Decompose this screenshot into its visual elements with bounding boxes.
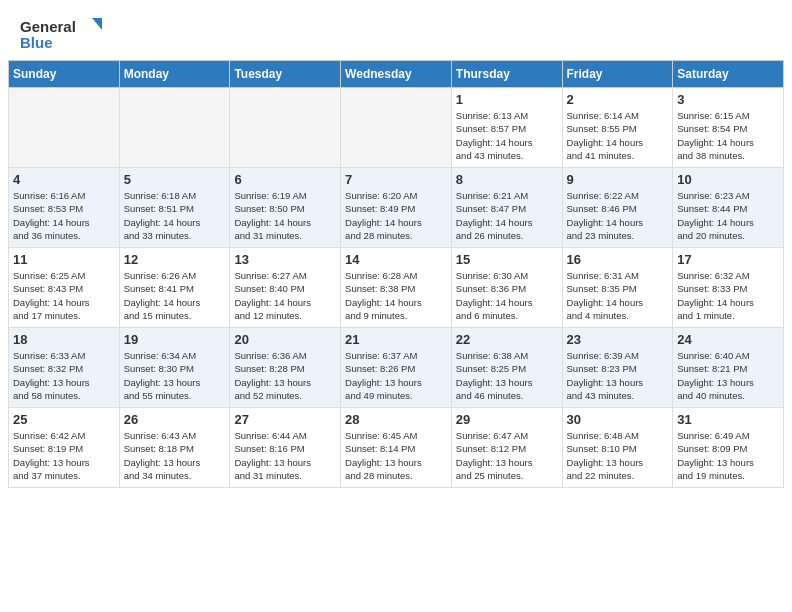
day-number: 14: [345, 252, 447, 267]
weekday-header-friday: Friday: [562, 61, 673, 88]
day-number: 2: [567, 92, 669, 107]
day-number: 18: [13, 332, 115, 347]
day-info: Sunrise: 6:19 AMSunset: 8:50 PMDaylight:…: [234, 189, 336, 242]
day-number: 5: [124, 172, 226, 187]
weekday-header-monday: Monday: [119, 61, 230, 88]
day-number: 7: [345, 172, 447, 187]
calendar-cell-empty: [230, 88, 341, 168]
day-info: Sunrise: 6:47 AMSunset: 8:12 PMDaylight:…: [456, 429, 558, 482]
calendar-cell-day-18: 18Sunrise: 6:33 AMSunset: 8:32 PMDayligh…: [9, 328, 120, 408]
calendar-cell-day-28: 28Sunrise: 6:45 AMSunset: 8:14 PMDayligh…: [341, 408, 452, 488]
calendar-cell-day-9: 9Sunrise: 6:22 AMSunset: 8:46 PMDaylight…: [562, 168, 673, 248]
calendar-cell-day-5: 5Sunrise: 6:18 AMSunset: 8:51 PMDaylight…: [119, 168, 230, 248]
day-number: 15: [456, 252, 558, 267]
day-info: Sunrise: 6:30 AMSunset: 8:36 PMDaylight:…: [456, 269, 558, 322]
calendar-cell-day-30: 30Sunrise: 6:48 AMSunset: 8:10 PMDayligh…: [562, 408, 673, 488]
day-number: 20: [234, 332, 336, 347]
page-header: GeneralBlue: [0, 0, 792, 60]
calendar-cell-day-7: 7Sunrise: 6:20 AMSunset: 8:49 PMDaylight…: [341, 168, 452, 248]
day-info: Sunrise: 6:42 AMSunset: 8:19 PMDaylight:…: [13, 429, 115, 482]
day-info: Sunrise: 6:32 AMSunset: 8:33 PMDaylight:…: [677, 269, 779, 322]
day-number: 22: [456, 332, 558, 347]
day-number: 30: [567, 412, 669, 427]
calendar-cell-day-13: 13Sunrise: 6:27 AMSunset: 8:40 PMDayligh…: [230, 248, 341, 328]
day-info: Sunrise: 6:23 AMSunset: 8:44 PMDaylight:…: [677, 189, 779, 242]
day-info: Sunrise: 6:40 AMSunset: 8:21 PMDaylight:…: [677, 349, 779, 402]
calendar-row-1: 1Sunrise: 6:13 AMSunset: 8:57 PMDaylight…: [9, 88, 784, 168]
calendar-row-4: 18Sunrise: 6:33 AMSunset: 8:32 PMDayligh…: [9, 328, 784, 408]
calendar-cell-day-8: 8Sunrise: 6:21 AMSunset: 8:47 PMDaylight…: [451, 168, 562, 248]
day-number: 16: [567, 252, 669, 267]
day-info: Sunrise: 6:45 AMSunset: 8:14 PMDaylight:…: [345, 429, 447, 482]
svg-marker-1: [92, 18, 102, 30]
day-info: Sunrise: 6:34 AMSunset: 8:30 PMDaylight:…: [124, 349, 226, 402]
calendar-cell-day-10: 10Sunrise: 6:23 AMSunset: 8:44 PMDayligh…: [673, 168, 784, 248]
calendar-cell-day-1: 1Sunrise: 6:13 AMSunset: 8:57 PMDaylight…: [451, 88, 562, 168]
calendar-cell-day-16: 16Sunrise: 6:31 AMSunset: 8:35 PMDayligh…: [562, 248, 673, 328]
calendar-cell-empty: [9, 88, 120, 168]
day-info: Sunrise: 6:36 AMSunset: 8:28 PMDaylight:…: [234, 349, 336, 402]
calendar-cell-day-19: 19Sunrise: 6:34 AMSunset: 8:30 PMDayligh…: [119, 328, 230, 408]
day-number: 29: [456, 412, 558, 427]
day-info: Sunrise: 6:25 AMSunset: 8:43 PMDaylight:…: [13, 269, 115, 322]
day-info: Sunrise: 6:39 AMSunset: 8:23 PMDaylight:…: [567, 349, 669, 402]
day-number: 10: [677, 172, 779, 187]
calendar-cell-day-26: 26Sunrise: 6:43 AMSunset: 8:18 PMDayligh…: [119, 408, 230, 488]
calendar-cell-empty: [341, 88, 452, 168]
logo: GeneralBlue: [20, 16, 120, 52]
day-number: 31: [677, 412, 779, 427]
calendar-cell-day-20: 20Sunrise: 6:36 AMSunset: 8:28 PMDayligh…: [230, 328, 341, 408]
day-number: 17: [677, 252, 779, 267]
day-number: 1: [456, 92, 558, 107]
day-info: Sunrise: 6:31 AMSunset: 8:35 PMDaylight:…: [567, 269, 669, 322]
calendar-cell-empty: [119, 88, 230, 168]
calendar-cell-day-12: 12Sunrise: 6:26 AMSunset: 8:41 PMDayligh…: [119, 248, 230, 328]
calendar-header-row: SundayMondayTuesdayWednesdayThursdayFrid…: [9, 61, 784, 88]
day-info: Sunrise: 6:43 AMSunset: 8:18 PMDaylight:…: [124, 429, 226, 482]
day-info: Sunrise: 6:33 AMSunset: 8:32 PMDaylight:…: [13, 349, 115, 402]
weekday-header-thursday: Thursday: [451, 61, 562, 88]
calendar-row-2: 4Sunrise: 6:16 AMSunset: 8:53 PMDaylight…: [9, 168, 784, 248]
calendar-cell-day-17: 17Sunrise: 6:32 AMSunset: 8:33 PMDayligh…: [673, 248, 784, 328]
day-number: 12: [124, 252, 226, 267]
day-number: 11: [13, 252, 115, 267]
weekday-header-tuesday: Tuesday: [230, 61, 341, 88]
day-number: 6: [234, 172, 336, 187]
day-info: Sunrise: 6:49 AMSunset: 8:09 PMDaylight:…: [677, 429, 779, 482]
day-info: Sunrise: 6:44 AMSunset: 8:16 PMDaylight:…: [234, 429, 336, 482]
svg-text:General: General: [20, 18, 76, 35]
day-number: 28: [345, 412, 447, 427]
calendar-cell-day-22: 22Sunrise: 6:38 AMSunset: 8:25 PMDayligh…: [451, 328, 562, 408]
day-info: Sunrise: 6:15 AMSunset: 8:54 PMDaylight:…: [677, 109, 779, 162]
calendar-cell-day-21: 21Sunrise: 6:37 AMSunset: 8:26 PMDayligh…: [341, 328, 452, 408]
day-number: 9: [567, 172, 669, 187]
calendar-cell-day-29: 29Sunrise: 6:47 AMSunset: 8:12 PMDayligh…: [451, 408, 562, 488]
day-number: 3: [677, 92, 779, 107]
day-number: 19: [124, 332, 226, 347]
day-number: 24: [677, 332, 779, 347]
svg-text:Blue: Blue: [20, 34, 53, 51]
day-number: 27: [234, 412, 336, 427]
day-info: Sunrise: 6:14 AMSunset: 8:55 PMDaylight:…: [567, 109, 669, 162]
day-number: 25: [13, 412, 115, 427]
day-number: 21: [345, 332, 447, 347]
day-info: Sunrise: 6:37 AMSunset: 8:26 PMDaylight:…: [345, 349, 447, 402]
day-info: Sunrise: 6:13 AMSunset: 8:57 PMDaylight:…: [456, 109, 558, 162]
weekday-header-saturday: Saturday: [673, 61, 784, 88]
calendar-row-5: 25Sunrise: 6:42 AMSunset: 8:19 PMDayligh…: [9, 408, 784, 488]
calendar-cell-day-14: 14Sunrise: 6:28 AMSunset: 8:38 PMDayligh…: [341, 248, 452, 328]
day-info: Sunrise: 6:28 AMSunset: 8:38 PMDaylight:…: [345, 269, 447, 322]
weekday-header-wednesday: Wednesday: [341, 61, 452, 88]
calendar-cell-day-3: 3Sunrise: 6:15 AMSunset: 8:54 PMDaylight…: [673, 88, 784, 168]
calendar-cell-day-6: 6Sunrise: 6:19 AMSunset: 8:50 PMDaylight…: [230, 168, 341, 248]
calendar-cell-day-15: 15Sunrise: 6:30 AMSunset: 8:36 PMDayligh…: [451, 248, 562, 328]
day-info: Sunrise: 6:16 AMSunset: 8:53 PMDaylight:…: [13, 189, 115, 242]
calendar-cell-day-24: 24Sunrise: 6:40 AMSunset: 8:21 PMDayligh…: [673, 328, 784, 408]
day-number: 23: [567, 332, 669, 347]
day-info: Sunrise: 6:18 AMSunset: 8:51 PMDaylight:…: [124, 189, 226, 242]
day-info: Sunrise: 6:38 AMSunset: 8:25 PMDaylight:…: [456, 349, 558, 402]
day-info: Sunrise: 6:21 AMSunset: 8:47 PMDaylight:…: [456, 189, 558, 242]
day-number: 13: [234, 252, 336, 267]
day-info: Sunrise: 6:48 AMSunset: 8:10 PMDaylight:…: [567, 429, 669, 482]
day-number: 26: [124, 412, 226, 427]
